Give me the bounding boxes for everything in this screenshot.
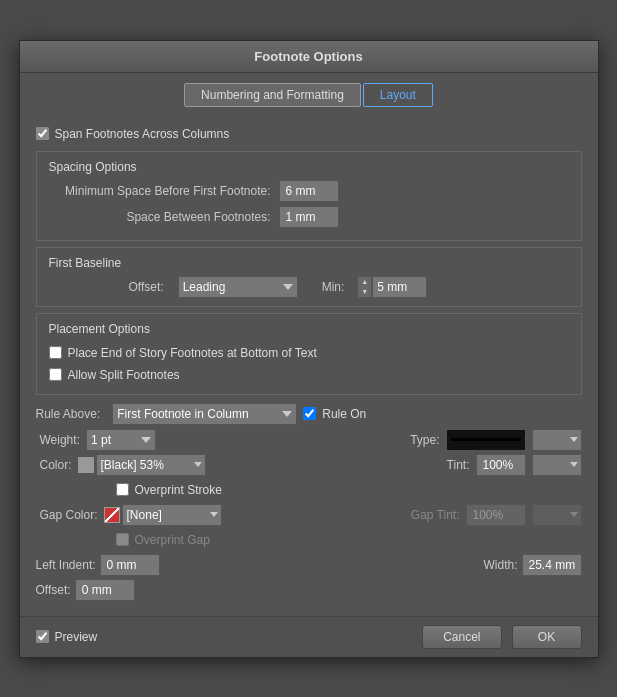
- weight-label: Weight:: [40, 433, 80, 447]
- rule-above-row: Rule Above: First Footnote in Column All…: [36, 403, 582, 425]
- rule-on-checkbox[interactable]: [303, 407, 316, 420]
- space-between-label: Space Between Footnotes:: [59, 210, 279, 224]
- overprint-stroke-label: Overprint Stroke: [135, 483, 222, 497]
- gap-tint-label: Gap Tint:: [411, 508, 460, 522]
- width-label: Width:: [483, 558, 517, 572]
- bottom-of-text-checkbox[interactable]: [49, 346, 62, 359]
- width-input[interactable]: [522, 554, 582, 576]
- span-footnotes-label: Span Footnotes Across Columns: [55, 127, 230, 141]
- left-indent-label: Left Indent:: [36, 558, 96, 572]
- overprint-gap-checkbox[interactable]: [116, 533, 129, 546]
- footer-buttons: Cancel OK: [422, 625, 581, 649]
- overprint-gap-label: Overprint Gap: [135, 533, 210, 547]
- tab-layout[interactable]: Layout: [363, 83, 433, 107]
- overprint-stroke-row: Overprint Stroke: [36, 479, 582, 501]
- span-footnotes-checkbox[interactable]: [36, 127, 49, 140]
- space-between-input[interactable]: [279, 206, 339, 228]
- rule-on-label: Rule On: [322, 407, 366, 421]
- min-spinner: ▲ ▼: [358, 276, 427, 298]
- gap-tint-input: [466, 504, 526, 526]
- offset-row: Offset:: [36, 579, 582, 601]
- dialog-content: Span Footnotes Across Columns Spacing Op…: [20, 115, 598, 616]
- gap-color-swatch-container: [None]: [104, 504, 222, 526]
- min-input[interactable]: [372, 276, 427, 298]
- tint-select[interactable]: [532, 454, 582, 476]
- type-label: Type:: [410, 433, 439, 447]
- weight-type-row: Weight: 1 pt 0.5 pt 2 pt Type:: [36, 429, 582, 451]
- tabs-row: Numbering and Formatting Layout: [20, 73, 598, 115]
- allow-split-label: Allow Split Footnotes: [68, 368, 180, 382]
- spacing-title: Spacing Options: [49, 160, 569, 174]
- ok-button[interactable]: OK: [512, 625, 582, 649]
- tint-label: Tint:: [447, 458, 470, 472]
- cancel-button[interactable]: Cancel: [422, 625, 501, 649]
- type-line: [451, 438, 521, 441]
- first-baseline-title: First Baseline: [49, 256, 569, 270]
- left-indent-input[interactable]: [100, 554, 160, 576]
- indent-width-row: Left Indent: Width:: [36, 554, 582, 576]
- first-baseline-row: Offset: Leading Ascent Cap Height Min: ▲…: [49, 276, 569, 298]
- spinner-down[interactable]: ▼: [358, 287, 371, 297]
- dialog-footer: Preview Cancel OK: [20, 616, 598, 657]
- first-baseline-section: First Baseline Offset: Leading Ascent Ca…: [36, 247, 582, 307]
- min-space-input[interactable]: [279, 180, 339, 202]
- rule-offset-pair: Offset:: [36, 579, 135, 601]
- footnote-options-dialog: Footnote Options Numbering and Formattin…: [19, 40, 599, 658]
- preview-checkbox[interactable]: [36, 630, 49, 643]
- offset-label: Offset:: [129, 280, 164, 294]
- rule-above-select[interactable]: First Footnote in Column All Footnotes: [112, 403, 297, 425]
- bottom-of-text-label: Place End of Story Footnotes at Bottom o…: [68, 346, 317, 360]
- min-label: Min:: [322, 280, 345, 294]
- left-indent-pair: Left Indent:: [36, 554, 160, 576]
- width-pair: Width:: [483, 554, 581, 576]
- rule-section: Rule Above: First Footnote in Column All…: [36, 403, 582, 601]
- tint-input[interactable]: [476, 454, 526, 476]
- preview-row: Preview: [36, 626, 98, 648]
- type-select[interactable]: [532, 429, 582, 451]
- min-spinner-arrows[interactable]: ▲ ▼: [358, 276, 372, 298]
- spinner-up[interactable]: ▲: [358, 277, 371, 287]
- placement-section: Placement Options Place End of Story Foo…: [36, 313, 582, 395]
- rule-offset-label: Offset:: [36, 583, 71, 597]
- allow-split-checkbox[interactable]: [49, 368, 62, 381]
- allow-split-row: Allow Split Footnotes: [49, 364, 569, 386]
- overprint-gap-row: Overprint Gap: [36, 529, 582, 551]
- span-footnotes-row: Span Footnotes Across Columns: [36, 123, 582, 145]
- dialog-title: Footnote Options: [20, 41, 598, 73]
- bottom-of-text-row: Place End of Story Footnotes at Bottom o…: [49, 342, 569, 364]
- gap-color-tint-row: Gap Color: [None] Gap Tint:: [36, 504, 582, 526]
- offset-select[interactable]: Leading Ascent Cap Height: [178, 276, 298, 298]
- gap-color-swatch: [104, 507, 120, 523]
- color-select[interactable]: [Black] 53%: [96, 454, 206, 476]
- gap-color-label: Gap Color:: [40, 508, 98, 522]
- rule-offset-input[interactable]: [75, 579, 135, 601]
- gap-color-select[interactable]: [None]: [122, 504, 222, 526]
- overprint-stroke-checkbox[interactable]: [116, 483, 129, 496]
- color-swatch: [78, 457, 94, 473]
- placement-title: Placement Options: [49, 322, 569, 336]
- weight-select[interactable]: 1 pt 0.5 pt 2 pt: [86, 429, 156, 451]
- tab-numbering[interactable]: Numbering and Formatting: [184, 83, 361, 107]
- spacing-section: Spacing Options Minimum Space Before Fir…: [36, 151, 582, 241]
- color-swatch-container: [Black] 53%: [78, 454, 206, 476]
- type-preview: [446, 429, 526, 451]
- color-tint-row: Color: [Black] 53% Tint:: [36, 454, 582, 476]
- preview-label: Preview: [55, 630, 98, 644]
- min-space-row: Minimum Space Before First Footnote:: [49, 180, 569, 202]
- rule-above-label: Rule Above:: [36, 407, 101, 421]
- gap-tint-select: [532, 504, 582, 526]
- space-between-row: Space Between Footnotes:: [49, 206, 569, 228]
- min-space-label: Minimum Space Before First Footnote:: [59, 184, 279, 198]
- color-label: Color:: [40, 458, 72, 472]
